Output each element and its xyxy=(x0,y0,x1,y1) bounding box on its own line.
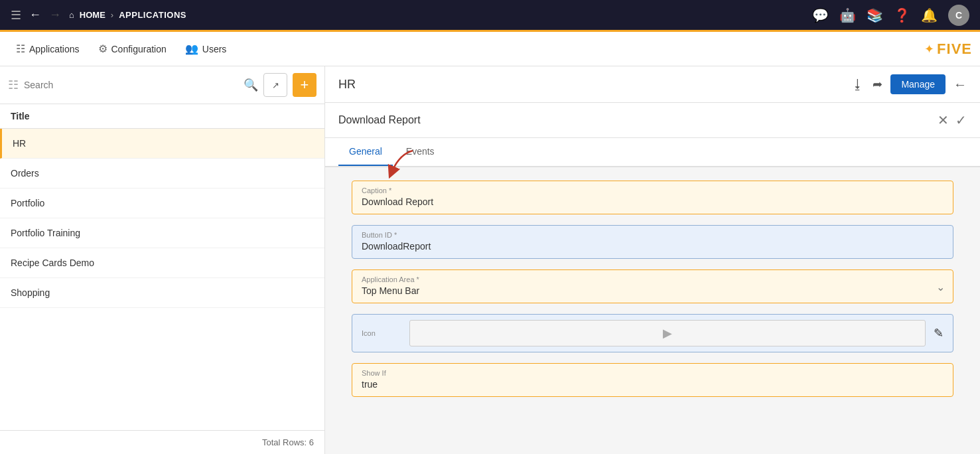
avatar[interactable]: C xyxy=(948,5,969,26)
grid-icon: ☷ xyxy=(16,42,25,55)
application-area-label: Application Area * xyxy=(362,275,944,283)
logo-star-icon: ✦ xyxy=(924,42,934,56)
caption-label: Caption * xyxy=(362,187,944,194)
icon-field: Icon ▶ ✎ xyxy=(352,314,953,352)
form-title: Download Report xyxy=(338,114,421,126)
right-panel-header: HR ⭳ ➦ Manage ← xyxy=(325,66,980,103)
button-id-value: DownloadReport xyxy=(362,241,944,252)
filter-icon[interactable]: ☷ xyxy=(8,78,19,92)
form-close-icon[interactable]: ✕ xyxy=(938,112,949,128)
list-item-orders[interactable]: Orders xyxy=(0,159,324,189)
logo-text: FIVE xyxy=(937,40,972,58)
show-if-field-row: Show If true xyxy=(352,363,953,397)
button-id-field-row: Button ID * DownloadReport xyxy=(352,225,953,259)
tab-events[interactable]: Events xyxy=(395,138,445,166)
caption-field[interactable]: Caption * Download Report xyxy=(352,181,953,214)
button-id-field[interactable]: Button ID * DownloadReport xyxy=(352,225,953,259)
application-area-field-row: Application Area * Top Menu Bar ⌄ xyxy=(352,269,953,303)
form-panel-header: Download Report ✕ ✓ xyxy=(325,103,980,138)
library-icon[interactable]: 📚 xyxy=(867,7,883,23)
tab-general[interactable]: General xyxy=(338,138,393,166)
form-panel: Download Report ✕ ✓ General Events xyxy=(325,103,980,167)
list-item-portfolio[interactable]: Portfolio xyxy=(0,189,324,218)
home-icon[interactable]: ⌂ xyxy=(69,10,74,20)
five-logo: ✦ FIVE xyxy=(924,40,972,58)
close-panel-icon[interactable]: ← xyxy=(953,77,967,92)
expand-button[interactable]: ↗ xyxy=(263,73,287,97)
users-icon: 👥 xyxy=(185,42,198,55)
form-confirm-icon[interactable]: ✓ xyxy=(955,112,967,128)
show-if-field[interactable]: Show If true xyxy=(352,363,953,397)
forward-button[interactable]: → xyxy=(49,8,61,22)
button-id-label: Button ID * xyxy=(362,231,944,239)
form-fields-area: Caption * Download Report Button ID * Do… xyxy=(325,167,980,454)
configuration-label: Configuration xyxy=(111,44,167,54)
list-item-portfolio-training[interactable]: Portfolio Training xyxy=(0,218,324,248)
form-tabs: General Events xyxy=(325,138,980,167)
show-if-value: true xyxy=(362,379,944,390)
search-icon[interactable]: 🔍 xyxy=(244,78,258,92)
application-area-field[interactable]: Application Area * Top Menu Bar ⌄ xyxy=(352,269,953,303)
right-panel-title: HR xyxy=(338,78,356,92)
image-placeholder-icon: ▶ xyxy=(663,326,672,340)
main-content: ☷ 🔍 ↗ + Title HR Orders Portfolio Portfo… xyxy=(0,66,980,454)
menu-icon[interactable]: ☰ xyxy=(11,8,21,23)
caption-field-row: Caption * Download Report xyxy=(352,181,953,214)
sidebar: ☷ 🔍 ↗ + Title HR Orders Portfolio Portfo… xyxy=(0,66,325,454)
list-item-shopping[interactable]: Shopping xyxy=(0,278,324,308)
sidebar-search-bar: ☷ 🔍 ↗ + xyxy=(0,66,324,104)
application-area-value: Top Menu Bar xyxy=(362,285,944,296)
add-button[interactable]: + xyxy=(293,73,316,97)
icon-edit-button[interactable]: ✎ xyxy=(934,326,944,340)
settings-icon: ⚙ xyxy=(98,42,107,55)
icon-field-row: Icon ▶ ✎ xyxy=(352,314,953,352)
expand-icon: ↗ xyxy=(272,80,279,90)
sub-nav: ☷ Applications ⚙ Configuration 👥 Users ✦… xyxy=(0,32,980,66)
icon-preview: ▶ xyxy=(409,320,926,346)
pencil-icon: ✎ xyxy=(934,327,944,340)
icon-label: Icon xyxy=(362,329,401,337)
users-label: Users xyxy=(202,44,227,54)
breadcrumb-separator: › xyxy=(111,10,113,20)
breadcrumb-home-label[interactable]: HOME xyxy=(80,10,105,20)
show-if-label: Show If xyxy=(362,369,944,377)
plus-icon: + xyxy=(301,76,309,94)
bell-icon[interactable]: 🔔 xyxy=(921,7,938,23)
list-item-recipe-cards[interactable]: Recipe Cards Demo xyxy=(0,248,324,278)
sidebar-item-users[interactable]: 👥 Users xyxy=(177,38,235,59)
sidebar-item-applications[interactable]: ☷ Applications xyxy=(8,38,88,59)
sidebar-item-configuration[interactable]: ⚙ Configuration xyxy=(90,38,175,59)
help-icon[interactable]: ❓ xyxy=(894,7,910,23)
right-panel: HR ⭳ ➦ Manage ← Download Report ✕ ✓ Gene… xyxy=(325,66,980,454)
manage-button[interactable]: Manage xyxy=(890,74,945,94)
sidebar-footer: Total Rows: 6 xyxy=(0,430,324,454)
download-icon[interactable]: ⭳ xyxy=(851,77,865,92)
back-button[interactable]: ← xyxy=(29,8,41,22)
list-item-hr[interactable]: HR xyxy=(0,129,324,159)
breadcrumb-current: APPLICATIONS xyxy=(119,10,186,20)
top-nav-bar: ☰ ← → ⌂ HOME › APPLICATIONS 💬 🤖 📚 ❓ 🔔 C xyxy=(0,0,980,32)
share-icon[interactable]: ➦ xyxy=(873,77,882,92)
applications-label: Applications xyxy=(29,44,80,54)
chevron-down-icon: ⌄ xyxy=(936,280,945,293)
breadcrumb: ⌂ HOME › APPLICATIONS xyxy=(69,10,186,20)
search-input[interactable] xyxy=(24,80,238,90)
caption-value: Download Report xyxy=(362,196,944,207)
chat-icon[interactable]: 💬 xyxy=(812,7,829,23)
bot-icon[interactable]: 🤖 xyxy=(839,7,856,23)
sidebar-column-title: Title xyxy=(0,104,324,129)
sidebar-list: HR Orders Portfolio Portfolio Training R… xyxy=(0,129,324,430)
